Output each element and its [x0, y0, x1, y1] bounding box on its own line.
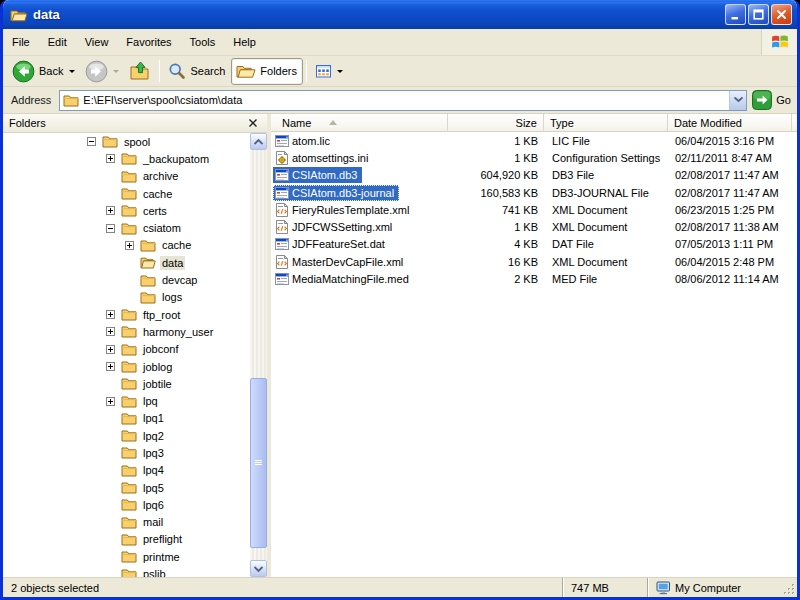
close-folders-icon[interactable]: [245, 117, 261, 129]
tree-item-logs[interactable]: logs: [3, 289, 250, 306]
tree-item-label[interactable]: lpq4: [141, 463, 166, 477]
plus-expander-icon[interactable]: [125, 241, 140, 250]
menu-view[interactable]: View: [76, 29, 118, 55]
forward-button[interactable]: [80, 58, 124, 85]
file-name-selection[interactable]: MasterDevCapFile.xml: [273, 254, 408, 270]
go-button[interactable]: [752, 90, 772, 110]
menu-edit[interactable]: Edit: [39, 29, 76, 55]
file-name-selection[interactable]: CSIAtom.db3-journal: [273, 185, 399, 201]
tree-item-label[interactable]: devcap: [160, 273, 199, 287]
resize-grip[interactable]: [783, 583, 796, 596]
tree-item-label[interactable]: jobtile: [141, 377, 174, 391]
tree-item-label[interactable]: joblog: [141, 360, 174, 374]
tree-item-pslib[interactable]: pslib: [3, 565, 250, 577]
tree-item-lpq6[interactable]: lpq6: [3, 496, 250, 513]
column-header-size[interactable]: Size: [448, 114, 544, 132]
file-name-selection[interactable]: FieryRulesTemplate.xml: [273, 202, 414, 218]
tree-item-devcap[interactable]: devcap: [3, 271, 250, 288]
plus-expander-icon[interactable]: [106, 327, 121, 336]
scroll-down-button[interactable]: [250, 560, 267, 577]
tree-item-csiatom[interactable]: csiatom: [3, 219, 250, 236]
tree-item-lpq1[interactable]: lpq1: [3, 410, 250, 427]
tree-item-label[interactable]: ftp_root: [141, 308, 182, 322]
plus-expander-icon[interactable]: [106, 154, 121, 163]
plus-expander-icon[interactable]: [106, 345, 121, 354]
tree-item-jobconf[interactable]: jobconf: [3, 341, 250, 358]
tree-item-label[interactable]: logs: [160, 290, 184, 304]
file-row-MediaMatchingFile.med[interactable]: MediaMatchingFile.med2 KBMED File08/06/2…: [271, 270, 797, 287]
tree-item-lpq4[interactable]: lpq4: [3, 462, 250, 479]
file-row-atomsettings.ini[interactable]: atomsettings.ini1 KBConfiguration Settin…: [271, 149, 797, 166]
close-button[interactable]: [771, 4, 792, 25]
scroll-up-button[interactable]: [250, 133, 267, 150]
file-row-FieryRulesTemplate.xml[interactable]: FieryRulesTemplate.xml741 KBXML Document…: [271, 201, 797, 218]
tree-item-archive[interactable]: archive: [3, 168, 250, 185]
tree-item-_backupatom[interactable]: _backupatom: [3, 150, 250, 167]
scrollbar-track[interactable]: [250, 150, 267, 560]
tree-item-cache[interactable]: cache: [3, 237, 250, 254]
scrollbar-thumb[interactable]: [250, 378, 267, 548]
menu-tools[interactable]: Tools: [181, 29, 225, 55]
tree-item-jobtile[interactable]: jobtile: [3, 375, 250, 392]
tree-item-label[interactable]: lpq3: [141, 446, 166, 460]
titlebar[interactable]: data: [3, 0, 797, 29]
tree-item-label[interactable]: spool: [122, 135, 152, 149]
minus-expander-icon[interactable]: [87, 137, 102, 146]
menu-file[interactable]: File: [3, 29, 39, 55]
tree-item-label[interactable]: certs: [141, 204, 169, 218]
tree-item-harmony_user[interactable]: harmony_user: [3, 323, 250, 340]
plus-expander-icon[interactable]: [106, 310, 121, 319]
tree-item-printme[interactable]: printme: [3, 548, 250, 565]
up-button[interactable]: [124, 58, 156, 85]
file-row-MasterDevCapFile.xml[interactable]: MasterDevCapFile.xml16 KBXML Document06/…: [271, 253, 797, 270]
search-button[interactable]: Search: [163, 58, 231, 85]
tree-item-label[interactable]: lpq5: [141, 481, 166, 495]
tree-item-cache[interactable]: cache: [3, 185, 250, 202]
file-name-selection[interactable]: JDFCWSSetting.xml: [273, 219, 397, 235]
file-row-atom.lic[interactable]: atom.lic1 KBLIC File06/04/2015 3:16 PM: [271, 132, 797, 149]
tree-item-label[interactable]: preflight: [141, 532, 184, 546]
views-button[interactable]: [310, 58, 348, 85]
tree-item-label[interactable]: _backupatom: [141, 152, 211, 166]
tree-item-label[interactable]: cache: [160, 238, 193, 252]
column-header-date-modified[interactable]: Date Modified: [668, 114, 792, 132]
menu-favorites[interactable]: Favorites: [117, 29, 180, 55]
tree-item-label[interactable]: harmony_user: [141, 325, 215, 339]
tree-item-label[interactable]: data: [160, 256, 185, 270]
tree-item-label[interactable]: archive: [141, 169, 180, 183]
tree-item-label[interactable]: csiatom: [141, 221, 183, 235]
column-header-type[interactable]: Type: [544, 114, 668, 132]
tree-item-data[interactable]: data: [3, 254, 250, 271]
file-name-selection[interactable]: MediaMatchingFile.med: [273, 271, 414, 287]
tree-item-joblog[interactable]: joblog: [3, 358, 250, 375]
views-dropdown-caret-icon[interactable]: [337, 70, 343, 73]
back-dropdown-caret-icon[interactable]: [69, 70, 75, 73]
tree-item-ftp_root[interactable]: ftp_root: [3, 306, 250, 323]
tree-item-certs[interactable]: certs: [3, 202, 250, 219]
tree-item-label[interactable]: lpq2: [141, 429, 166, 443]
plus-expander-icon[interactable]: [106, 397, 121, 406]
tree-item-lpq3[interactable]: lpq3: [3, 444, 250, 461]
file-row-JDFFeatureSet.dat[interactable]: JDFFeatureSet.dat4 KBDAT File07/05/2013 …: [271, 236, 797, 253]
file-row-JDFCWSSetting.xml[interactable]: JDFCWSSetting.xml1 KBXML Document02/08/2…: [271, 218, 797, 235]
tree-item-label[interactable]: cache: [141, 187, 174, 201]
column-header-name[interactable]: Name: [271, 114, 448, 132]
tree-scrollbar[interactable]: [250, 133, 267, 577]
tree-item-spool[interactable]: spool: [3, 133, 250, 150]
folders-button[interactable]: Folders: [231, 58, 303, 85]
tree-item-label[interactable]: lpq: [141, 394, 160, 408]
menu-help[interactable]: Help: [224, 29, 265, 55]
file-name-selection[interactable]: CSIAtom.db3: [273, 167, 362, 183]
file-row-CSIAtom.db3-journal[interactable]: CSIAtom.db3-journal160,583 KBDB3-JOURNAL…: [271, 184, 797, 201]
tree-item-label[interactable]: pslib: [141, 567, 168, 577]
address-dropdown-button[interactable]: [729, 91, 746, 110]
tree-item-label[interactable]: lpq6: [141, 498, 166, 512]
tree-item-label[interactable]: jobconf: [141, 342, 180, 356]
tree-item-lpq[interactable]: lpq: [3, 392, 250, 409]
tree-item-lpq2[interactable]: lpq2: [3, 427, 250, 444]
tree-item-lpq5[interactable]: lpq5: [3, 479, 250, 496]
file-name-selection[interactable]: atomsettings.ini: [273, 150, 373, 166]
file-name-selection[interactable]: JDFFeatureSet.dat: [273, 236, 390, 252]
go-label[interactable]: Go: [776, 94, 791, 106]
file-row-CSIAtom.db3[interactable]: CSIAtom.db3604,920 KBDB3 File02/08/2017 …: [271, 167, 797, 184]
